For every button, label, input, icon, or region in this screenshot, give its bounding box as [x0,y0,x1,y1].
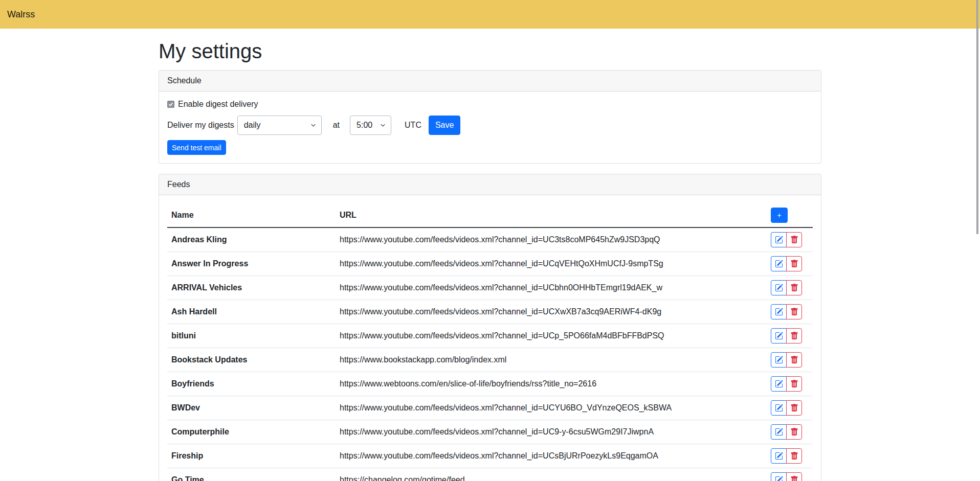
edit-feed-button[interactable] [771,328,787,343]
feed-actions [767,468,813,481]
trash-icon [790,380,798,388]
brand-link[interactable]: Walrss [7,9,35,20]
chevron-down-icon [380,123,386,128]
trash-icon [790,236,798,244]
trash-icon [790,356,798,364]
feed-url: https://www.youtube.com/feeds/videos.xml… [336,276,767,300]
time-value: 5:00 [357,121,372,130]
pencil-square-icon [775,356,783,364]
plus-icon: + [777,211,781,219]
pencil-square-icon [775,404,783,412]
frequency-select[interactable]: daily [237,116,322,135]
edit-feed-button[interactable] [771,472,787,481]
delete-feed-button[interactable] [786,352,802,368]
trash-icon [790,308,798,316]
table-row: Go Time https://changelog.com/gotime/fee… [167,468,813,481]
save-button[interactable]: Save [429,116,460,135]
feed-action-group [771,280,802,295]
edit-feed-button[interactable] [771,352,787,368]
at-label: at [333,121,340,130]
feed-actions [767,227,813,252]
deliver-label: Deliver my digests [167,121,234,130]
edit-feed-button[interactable] [771,376,787,392]
delete-feed-button[interactable] [786,232,802,247]
table-row: BWDev https://www.youtube.com/feeds/vide… [167,396,813,420]
delete-feed-button[interactable] [786,256,802,271]
frequency-value: daily [244,121,261,130]
delete-feed-button[interactable] [786,448,802,464]
feed-url: https://www.webtoons.com/en/slice-of-lif… [336,372,767,396]
scrollbar-thumb[interactable] [976,0,978,234]
table-row: Boyfriends https://www.webtoons.com/en/s… [167,372,813,396]
delivery-controls-row: Deliver my digests daily at 5:00 UTC Sav… [167,116,813,135]
table-row: bitluni https://www.youtube.com/feeds/vi… [167,324,813,348]
enable-digest-checkbox[interactable] [167,101,174,108]
feed-name: Go Time [167,468,336,481]
edit-feed-button[interactable] [771,256,787,271]
delete-feed-button[interactable] [786,472,802,481]
pencil-square-icon [775,332,783,340]
pencil-square-icon [775,236,783,244]
trash-icon [790,260,798,268]
feed-name: Andreas Kling [167,227,336,252]
feeds-card: Feeds Name URL + Andreas Kling h [159,174,821,481]
feeds-card-body: Name URL + Andreas Kling https://www.you… [159,195,821,481]
table-row: Ash Hardell https://www.youtube.com/feed… [167,300,813,324]
delete-feed-button[interactable] [786,328,802,343]
trash-icon [790,476,798,481]
feed-url: https://www.youtube.com/feeds/videos.xml… [336,324,767,348]
feed-name: ARRIVAL Vehicles [167,276,336,300]
edit-feed-button[interactable] [771,280,787,295]
delete-feed-button[interactable] [786,400,802,416]
feed-name: Answer In Progress [167,252,336,276]
pencil-square-icon [775,260,783,268]
feed-actions [767,420,813,444]
enable-digest-row: Enable digest delivery [167,100,813,109]
feeds-card-header: Feeds [159,174,821,195]
feed-action-group [771,472,802,481]
edit-feed-button[interactable] [771,400,787,416]
feed-actions [767,444,813,468]
edit-feed-button[interactable] [771,424,787,440]
column-header-name: Name [167,203,336,227]
feed-name: Bookstack Updates [167,348,336,372]
feed-url: https://www.bookstackapp.com/blog/index.… [336,348,767,372]
edit-feed-button[interactable] [771,448,787,464]
trash-icon [790,284,798,292]
feed-actions [767,348,813,372]
table-row: ARRIVAL Vehicles https://www.youtube.com… [167,276,813,300]
send-test-email-button[interactable]: Send test email [167,140,226,155]
schedule-card-header: Schedule [159,71,821,91]
delete-feed-button[interactable] [786,280,802,295]
table-row: Answer In Progress https://www.youtube.c… [167,252,813,276]
page-title: My settings [159,39,821,63]
feed-url: https://www.youtube.com/feeds/videos.xml… [336,252,767,276]
feed-url: https://www.youtube.com/feeds/videos.xml… [336,420,767,444]
chevron-down-icon [310,123,316,128]
feed-name: Computerphile [167,420,336,444]
pencil-square-icon [775,428,783,436]
feed-action-group [771,328,802,343]
feed-actions [767,396,813,420]
edit-feed-button[interactable] [771,304,787,319]
delete-feed-button[interactable] [786,376,802,392]
trash-icon [790,332,798,340]
delete-feed-button[interactable] [786,424,802,440]
feed-action-group [771,400,802,416]
trash-icon [790,452,798,460]
feeds-table: Name URL + Andreas Kling https://www.you… [167,203,813,481]
trash-icon [790,428,798,436]
add-feed-button[interactable]: + [771,208,788,223]
time-select[interactable]: 5:00 [350,116,391,135]
pencil-square-icon [775,284,783,292]
enable-digest-label[interactable]: Enable digest delivery [178,100,258,109]
feed-url: https://changelog.com/gotime/feed [336,468,767,481]
feed-name: bitluni [167,324,336,348]
feed-url: https://www.youtube.com/feeds/videos.xml… [336,396,767,420]
feeds-header-row: Name URL + [167,203,813,227]
table-row: Fireship https://www.youtube.com/feeds/v… [167,444,813,468]
column-header-url: URL [336,203,767,227]
delete-feed-button[interactable] [786,304,802,319]
table-row: Andreas Kling https://www.youtube.com/fe… [167,227,813,252]
edit-feed-button[interactable] [771,232,787,247]
